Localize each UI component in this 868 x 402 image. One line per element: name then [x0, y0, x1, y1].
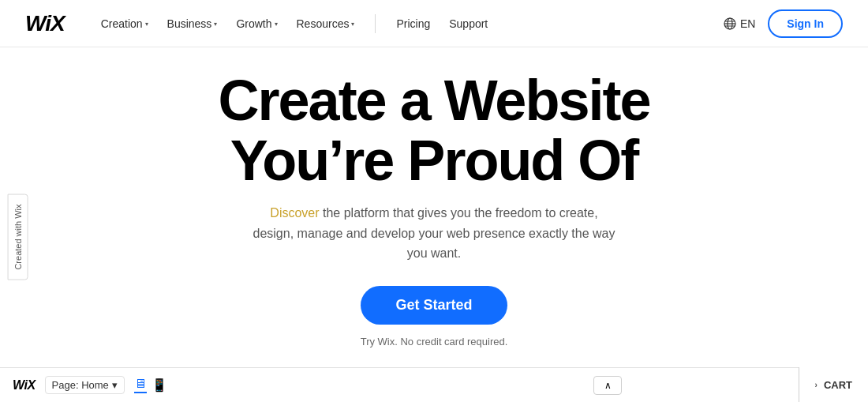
hero-subtitle: Discover the platform that gives you the…: [253, 203, 615, 264]
language-selector[interactable]: EN: [724, 17, 755, 30]
desktop-icon[interactable]: 🖥: [134, 377, 147, 393]
hero-title-line1: Create a Website: [219, 69, 650, 132]
nav-items: Creation ▾ Business ▾ Growth ▾ Resources…: [93, 13, 724, 35]
nav-item-resources[interactable]: Resources ▾: [289, 13, 363, 35]
get-started-button[interactable]: Get Started: [361, 286, 507, 325]
created-with-wix-badge: Created with Wix: [8, 193, 28, 280]
wix-logo[interactable]: WiX: [25, 11, 65, 36]
nav-item-resources-label: Resources: [297, 17, 350, 30]
hero-title-line2: You’re Proud Of: [230, 129, 638, 192]
nav-item-business-label: Business: [167, 17, 212, 30]
nav-item-support[interactable]: Support: [441, 13, 496, 35]
chevron-down-icon: ▾: [214, 21, 217, 28]
hero-title: Create a Website You’re Proud Of: [219, 71, 650, 190]
chevron-down-icon: ▾: [275, 21, 278, 28]
page-selector-label: Page: Home: [52, 379, 109, 391]
nav-item-creation-label: Creation: [101, 17, 143, 30]
editor-bar-center: ∧: [413, 376, 802, 395]
navbar: WiX Creation ▾ Business ▾ Growth ▾ Resou…: [0, 0, 868, 47]
chevron-down-icon: ▾: [351, 21, 354, 28]
hero-section: Create a Website You’re Proud Of Discove…: [0, 47, 868, 355]
nav-item-support-label: Support: [449, 17, 488, 30]
cart-label: CART: [824, 379, 852, 391]
mobile-icon[interactable]: 📱: [152, 378, 167, 393]
nav-divider: [375, 14, 376, 33]
collapse-button[interactable]: ∧: [593, 376, 622, 395]
sign-in-button[interactable]: Sign In: [768, 9, 843, 38]
globe-icon: [724, 17, 736, 30]
editor-bar: WiX Page: Home ▾ 🖥 📱 ∧ ↶ ↷ › CART: [0, 367, 868, 402]
chevron-down-icon: ▾: [145, 21, 148, 28]
nav-item-growth-label: Growth: [236, 17, 271, 30]
editor-wix-logo: WiX: [13, 378, 36, 393]
try-wix-text: Try Wix. No credit card required.: [361, 336, 508, 348]
nav-item-business[interactable]: Business ▾: [159, 13, 226, 35]
chevron-down-icon: ▾: [112, 379, 118, 391]
cart-button[interactable]: › CART: [799, 367, 868, 402]
cart-chevron-icon: ›: [815, 381, 817, 389]
collapse-icon: ∧: [604, 380, 612, 391]
nav-right: EN Sign In: [724, 9, 843, 38]
hero-subtitle-highlight: Discover: [270, 206, 319, 220]
language-label: EN: [740, 17, 755, 30]
device-icons: 🖥 📱: [134, 377, 167, 393]
nav-item-pricing-label: Pricing: [396, 17, 430, 30]
editor-bar-left: WiX Page: Home ▾ 🖥 📱: [0, 376, 413, 394]
page-selector[interactable]: Page: Home ▾: [45, 376, 125, 394]
nav-item-creation[interactable]: Creation ▾: [93, 13, 156, 35]
nav-item-growth[interactable]: Growth ▾: [228, 13, 285, 35]
nav-item-pricing[interactable]: Pricing: [388, 13, 438, 35]
